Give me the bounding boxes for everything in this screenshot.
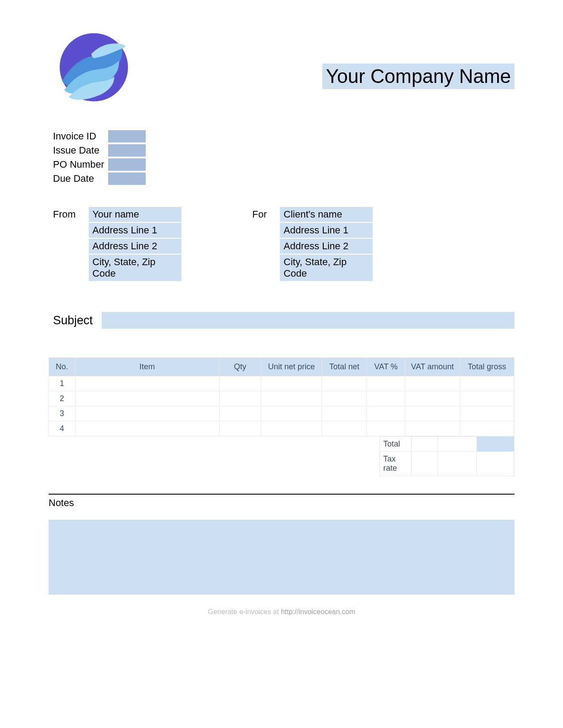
table-row: 3	[49, 406, 514, 421]
issue-date-field[interactable]	[108, 144, 146, 157]
cell-gross[interactable]	[460, 421, 514, 436]
notes-box[interactable]	[49, 520, 514, 595]
table-row: 1	[49, 376, 514, 391]
cell-vatp[interactable]	[367, 421, 405, 436]
th-item: Item	[75, 358, 219, 376]
notes-divider	[49, 494, 514, 495]
cell-qty[interactable]	[219, 406, 261, 421]
due-date-label: Due Date	[53, 173, 108, 184]
taxrate-gross[interactable]	[477, 452, 514, 476]
taxrate-vatamt[interactable]	[438, 452, 477, 476]
cell-totalnet[interactable]	[322, 406, 367, 421]
company-name[interactable]: Your Company Name	[322, 64, 514, 89]
cell-item[interactable]	[75, 376, 219, 391]
notes-label: Notes	[49, 497, 514, 509]
table-row: 2	[49, 391, 514, 406]
invoice-id-field[interactable]	[108, 130, 146, 143]
table-row: 4	[49, 421, 514, 436]
from-name[interactable]: Your name	[89, 207, 181, 222]
total-vatamt[interactable]	[438, 437, 477, 452]
subject-row: Subject	[53, 312, 514, 329]
from-address1[interactable]: Address Line 1	[89, 223, 181, 238]
th-vatamt: VAT amount	[405, 358, 460, 376]
from-label: From	[53, 207, 76, 281]
for-address2[interactable]: Address Line 2	[280, 239, 373, 254]
subject-field[interactable]	[102, 312, 514, 329]
cell-totalnet[interactable]	[322, 391, 367, 406]
cell-item[interactable]	[75, 421, 219, 436]
for-name[interactable]: Client's name	[280, 207, 373, 222]
cell-gross[interactable]	[460, 406, 514, 421]
total-label: Total	[380, 437, 412, 452]
cell-item[interactable]	[75, 406, 219, 421]
cell-gross[interactable]	[460, 376, 514, 391]
notes-section: Notes	[49, 494, 514, 595]
cell-no: 2	[49, 391, 76, 406]
cell-unit[interactable]	[261, 391, 322, 406]
issue-date-label: Issue Date	[53, 145, 108, 156]
th-unit: Unit net price	[261, 358, 322, 376]
cell-unit[interactable]	[261, 421, 322, 436]
cell-vatp[interactable]	[367, 391, 405, 406]
totals-table: Total Tax rate	[379, 436, 514, 476]
subject-label: Subject	[53, 314, 93, 327]
for-block: For Client's name Address Line 1 Address…	[252, 207, 373, 281]
th-qty: Qty	[219, 358, 261, 376]
cell-qty[interactable]	[219, 421, 261, 436]
cell-unit[interactable]	[261, 406, 322, 421]
cell-totalnet[interactable]	[322, 421, 367, 436]
cell-no: 1	[49, 376, 76, 391]
po-number-field[interactable]	[108, 158, 146, 171]
from-address2[interactable]: Address Line 2	[89, 239, 181, 254]
cell-item[interactable]	[75, 391, 219, 406]
from-city[interactable]: City, State, Zip Code	[89, 255, 181, 281]
taxrate-vatp[interactable]	[412, 452, 438, 476]
th-totalnet: Total net	[322, 358, 367, 376]
total-gross[interactable]	[477, 437, 514, 452]
cell-vatamt[interactable]	[405, 376, 460, 391]
cell-no: 3	[49, 406, 76, 421]
footer-link[interactable]: http://invoiceocean.com	[281, 608, 355, 615]
th-vatp: VAT %	[367, 358, 405, 376]
invoice-meta: Invoice ID Issue Date PO Number Due Date	[53, 130, 514, 185]
cell-unit[interactable]	[261, 376, 322, 391]
company-logo	[57, 31, 130, 104]
addresses: From Your name Address Line 1 Address Li…	[53, 207, 514, 281]
from-block: From Your name Address Line 1 Address Li…	[53, 207, 181, 281]
cell-qty[interactable]	[219, 391, 261, 406]
for-address1[interactable]: Address Line 1	[280, 223, 373, 238]
th-gross: Total gross	[460, 358, 514, 376]
po-number-label: PO Number	[53, 159, 108, 170]
invoice-id-label: Invoice ID	[53, 131, 108, 142]
footer: Generate e-invoices at http://invoiceoce…	[49, 608, 514, 616]
cell-vatamt[interactable]	[405, 406, 460, 421]
for-label: For	[252, 207, 267, 281]
footer-text: Generate e-invoices at	[208, 608, 281, 615]
cell-totalnet[interactable]	[322, 376, 367, 391]
header-row: Your Company Name	[49, 31, 514, 104]
cell-qty[interactable]	[219, 376, 261, 391]
cell-gross[interactable]	[460, 391, 514, 406]
th-no: No.	[49, 358, 76, 376]
cell-vatp[interactable]	[367, 406, 405, 421]
cell-vatp[interactable]	[367, 376, 405, 391]
cell-vatamt[interactable]	[405, 421, 460, 436]
items-table: No. Item Qty Unit net price Total net VA…	[49, 357, 514, 436]
cell-no: 4	[49, 421, 76, 436]
taxrate-label: Tax rate	[380, 452, 412, 476]
total-vatp[interactable]	[412, 437, 438, 452]
due-date-field[interactable]	[108, 173, 146, 185]
cell-vatamt[interactable]	[405, 391, 460, 406]
for-city[interactable]: City, State, Zip Code	[280, 255, 373, 281]
